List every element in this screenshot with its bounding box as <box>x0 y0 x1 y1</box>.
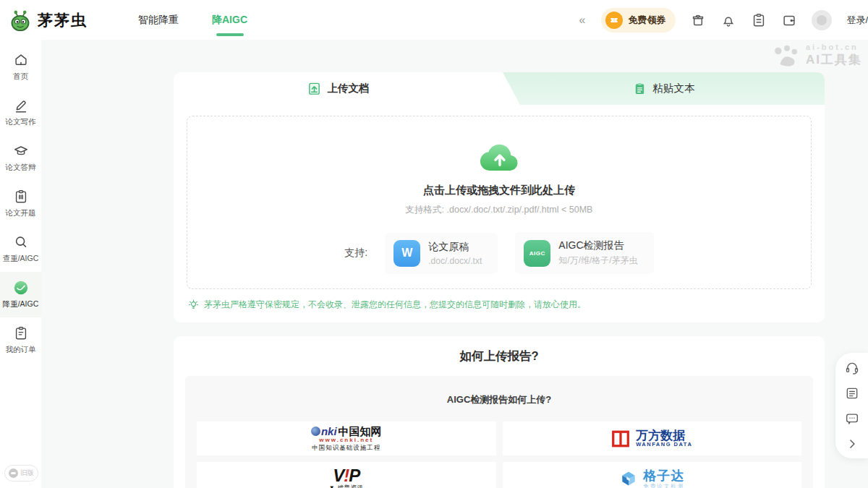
report-icon[interactable] <box>751 12 767 28</box>
tab-strip: 粘贴文本 上传文档 <box>174 72 825 105</box>
main-content: ai-bot.cn AI工具集 粘贴文本 <box>41 40 868 488</box>
pencil-icon <box>13 98 29 114</box>
gezida-logo: 格子达 免费论文检测 <box>619 469 684 488</box>
chevron-right-icon[interactable] <box>845 437 859 451</box>
search-icon <box>13 234 29 250</box>
old-version-label: 旧版 <box>20 468 34 478</box>
wanfang-logo: 万方数据 WANFANG DATA <box>611 429 692 448</box>
gezida-name: 格子达 <box>643 469 684 483</box>
sidebar-item-check-aigc[interactable]: 查重/AIGC <box>0 226 41 272</box>
support-card-aigc-report: AIGC AIGC检测报告 知/万/维/格子/茅茅虫 <box>515 232 653 274</box>
wanfang-en: WANFANG DATA <box>636 442 692 448</box>
sidebar-item-label: 论文写作 <box>6 117 36 127</box>
collapse-chevrons-icon[interactable]: « <box>579 14 585 27</box>
cnki-globe-icon <box>311 427 320 436</box>
ai-bot-paw-icon <box>773 45 801 67</box>
provider-gezida[interactable]: 格子达 免费论文检测 <box>503 462 802 488</box>
howto-panel: AIGC检测报告如何上传? nki中国知网 www.cnki.net 中国知识基… <box>185 376 813 488</box>
aigc-file-icon: AIGC <box>524 240 550 267</box>
vip-logo: V!P ▼ 维普资讯 <box>329 467 364 488</box>
coupon-ticket-icon <box>605 12 623 29</box>
top-nav: 智能降重 降AIGC <box>138 14 247 27</box>
support-card-desc: .doc/.docx/.txt <box>428 256 482 266</box>
free-coupon-label: 免费领券 <box>628 14 665 27</box>
wallet-icon[interactable] <box>781 12 797 28</box>
upload-panel: 点击上传或拖拽文件到此处上传 支持格式: .docx/.doc/.txt/.zi… <box>174 105 825 322</box>
support-card-desc: 知/万/维/格子/茅茅虫 <box>558 254 637 267</box>
support-card-original-paper: W 论文原稿 .doc/.docx/.txt <box>385 233 498 274</box>
cloud-upload-icon <box>477 140 522 174</box>
cnki-logo: nki中国知网 www.cnki.net 中国知识基础设施工程 <box>311 426 382 452</box>
sidebar-item-label: 降重/AIGC <box>3 299 39 309</box>
dropzone-title: 点击上传或拖拽文件到此处上传 <box>423 184 575 197</box>
sidebar-item-paper-proposal[interactable]: 论文开题 <box>0 181 41 226</box>
sidebar-item-paper-defense[interactable]: 论文答辩 <box>0 135 41 181</box>
watermark-title: AI工具集 <box>806 51 862 68</box>
news-doc-icon[interactable] <box>845 386 859 401</box>
active-nav-underline <box>216 33 244 36</box>
wanfang-name: 万方数据 <box>636 429 692 442</box>
sidebar-item-label: 论文答辩 <box>6 163 36 173</box>
support-label: 支持: <box>344 247 367 260</box>
upload-doc-icon <box>307 82 321 95</box>
gezida-cube-icon <box>619 469 638 488</box>
provider-vip[interactable]: V!P ▼ 维普资讯 <box>197 462 496 488</box>
page: 茅茅虫 智能降重 降AIGC « 免费领券 <box>0 0 868 488</box>
tab-paste-text[interactable]: 粘贴文本 <box>503 72 825 105</box>
brand-logo[interactable]: 茅茅虫 <box>0 9 88 32</box>
old-version-icon <box>9 468 18 478</box>
floating-help-panel <box>835 353 868 458</box>
free-coupon-button[interactable]: 免费领券 <box>601 8 676 33</box>
green-reduce-icon <box>13 280 29 296</box>
howto-title: 如何上传报告? <box>185 348 813 364</box>
cnki-cn-name: 中国知网 <box>339 425 382 437</box>
wanfang-square-icon <box>611 429 630 448</box>
provider-wanfang[interactable]: 万方数据 WANFANG DATA <box>503 421 802 455</box>
old-version-button[interactable]: 旧版 <box>4 465 38 481</box>
sidebar-item-label: 首页 <box>13 72 28 82</box>
headset-icon[interactable] <box>845 361 859 375</box>
bug-logo-icon <box>9 9 32 32</box>
dropzone-formats: 支持格式: .docx/.doc/.txt/.zip/.pdf/.html < … <box>406 204 593 216</box>
provider-grid: nki中国知网 www.cnki.net 中国知识基础设施工程 <box>197 421 801 488</box>
nav-reduce-aigc-label: 降AIGC <box>212 14 247 25</box>
chat-icon[interactable] <box>845 411 859 426</box>
sidebar-item-my-orders[interactable]: 我的订单 <box>0 317 41 363</box>
watermark: ai-bot.cn AI工具集 <box>773 43 862 68</box>
login-register-link[interactable]: 登录/注册 <box>846 14 868 27</box>
sidebar-item-home[interactable]: 首页 <box>0 44 41 90</box>
proposal-clipboard-icon <box>13 189 29 205</box>
bulb-icon <box>188 299 199 310</box>
vip-v: V <box>333 466 344 485</box>
graduation-cap-icon <box>13 143 29 159</box>
privacy-notice: 茅茅虫严格遵守保密规定，不会收录、泄露您的任何信息，您提交的信息可随时删除，请放… <box>187 299 812 311</box>
bell-icon[interactable] <box>720 12 736 28</box>
sidebar-item-reduce-aigc[interactable]: 降重/AIGC <box>0 272 41 317</box>
gift-box-icon[interactable] <box>690 12 706 28</box>
sidebar-item-label: 论文开题 <box>6 208 36 218</box>
doc-file-icon: W <box>393 240 420 267</box>
nav-reduce-aigc[interactable]: 降AIGC <box>212 14 247 27</box>
nav-smart-rewrite[interactable]: 智能降重 <box>138 14 179 27</box>
paste-text-icon <box>633 82 647 95</box>
orders-icon <box>13 325 29 341</box>
gezida-slogan: 免费论文检测 <box>643 484 684 488</box>
brand-name: 茅茅虫 <box>38 10 88 30</box>
vip-p: P <box>349 466 359 485</box>
provider-cnki[interactable]: nki中国知网 www.cnki.net 中国知识基础设施工程 <box>197 421 496 455</box>
support-card-title: AIGC检测报告 <box>558 239 637 252</box>
tab-upload-label: 上传文档 <box>328 82 370 95</box>
avatar[interactable] <box>812 10 832 30</box>
support-card-title: 论文原稿 <box>428 241 482 254</box>
howto-card: 如何上传报告? AIGC检测报告如何上传? nki中国知网 www.cnki.n… <box>174 336 825 488</box>
cnki-url: www.cnki.net <box>311 437 382 444</box>
sidebar-item-label: 我的订单 <box>6 345 36 355</box>
sidebar-item-label: 查重/AIGC <box>3 254 39 264</box>
sidebar-item-paper-writing[interactable]: 论文写作 <box>0 90 41 135</box>
support-row: 支持: W 论文原稿 .doc/.docx/.txt AIGC AIGC检测报告 <box>344 232 653 274</box>
tab-upload-doc[interactable]: 上传文档 <box>174 72 503 105</box>
home-icon <box>13 52 29 68</box>
file-dropzone[interactable]: 点击上传或拖拽文件到此处上传 支持格式: .docx/.doc/.txt/.zi… <box>187 116 812 289</box>
tab-paste-label: 粘贴文本 <box>653 82 695 95</box>
header-right-cluster: « 免费领券 登录/注册 <box>579 0 868 40</box>
